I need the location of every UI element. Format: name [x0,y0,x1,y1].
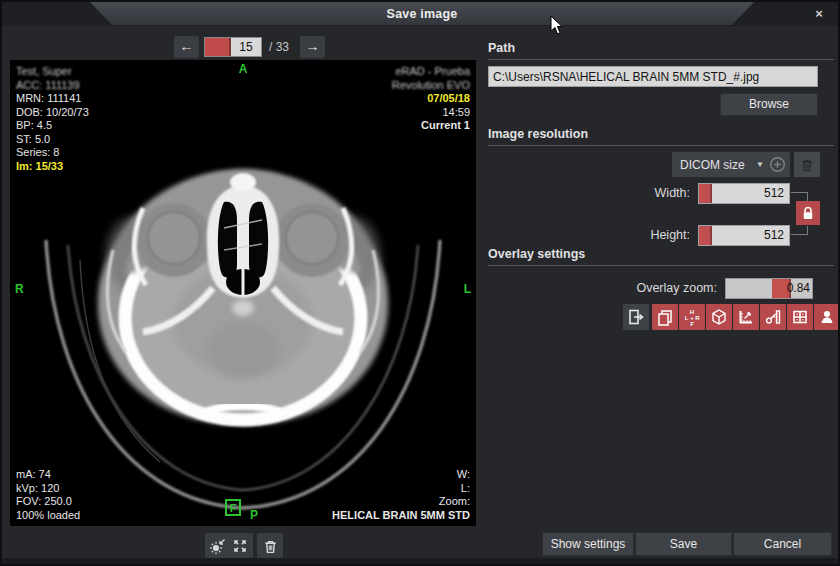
height-value[interactable]: 512 [712,226,789,245]
image-number-spinner[interactable]: 15 [204,37,262,57]
series-number: Series: 8 [16,146,89,160]
toggle-frames-overlay-button[interactable] [652,304,678,330]
arrow-right-icon: → [306,38,320,54]
delete-image-button[interactable] [257,533,283,559]
path-divider [488,59,834,60]
overlay-zoom-value: 0.84 [787,281,810,295]
orientation-marker-right: R [15,282,24,296]
delete-preset-button[interactable] [794,152,820,177]
overlay-zoom-label: Overlay zoom: [562,281,717,295]
next-image-button[interactable]: → [300,36,325,58]
cube-3d-icon [710,308,728,326]
resolution-section-title: Image resolution [488,127,588,141]
toggle-export-overlays-button[interactable] [623,304,649,330]
browse-button[interactable]: Browse [720,93,818,116]
overlay-toggle-buttons: HLRF+ [623,304,840,330]
level-label: L: [332,482,470,496]
bp-value: BP: 4.5 [16,119,89,133]
orientation-marker-posterior: P [250,508,258,522]
height-label: Height: [602,228,690,242]
path-section-title: Path [488,41,515,55]
width-value[interactable]: 512 [712,184,789,203]
lock-icon [799,204,817,222]
patient-name: Test, Super [16,65,89,79]
scanner-model: Revolution EVO [392,79,470,93]
flip-marker: F [225,499,241,516]
aspect-ratio-lock-button[interactable] [796,201,820,225]
width-drag-area[interactable] [699,184,712,203]
fit-to-window-icon [231,537,249,555]
orientation-marker-anterior: A [239,62,248,76]
image-number: Im: 15/33 [16,160,89,174]
toggle-windowing-info-button[interactable] [760,304,786,330]
study-date: 07/05/18 [392,92,470,106]
aspect-link-line-top [791,192,808,201]
height-drag-area[interactable] [699,226,712,245]
series-description: HELICAL BRAIN 5MM STD [332,509,470,523]
toggle-grid-overlay-button[interactable] [787,304,813,330]
svg-text:R: R [695,315,700,321]
ct-image-viewport[interactable]: Test, Super ACC: 111139 MRN: 111141 DOB:… [10,60,476,526]
ma-value: mA: 74 [16,468,80,482]
zoom-label: Zoom: [332,495,470,509]
resolution-preset-dropdown[interactable]: DICOM size ▼ [672,152,790,177]
previous-image-button[interactable]: ← [174,36,199,58]
current-label: Current 1 [392,119,470,133]
width-spinner[interactable]: 512 [698,183,790,204]
aspect-link-line-bottom [791,226,808,235]
scale-ruler-icon [737,308,755,326]
toggle-orientation-markers-button[interactable]: HLRF+ [679,304,705,330]
mrn: MRN: 111141 [16,92,89,106]
overlay-divider [488,265,834,266]
preset-selected-value: DICOM size [680,158,756,172]
toggle-patient-info-button[interactable] [814,304,840,330]
overlay-technique-info: mA: 74 kVp: 120 FOV: 250.0 100% loaded [16,468,80,522]
toggle-scale-ruler-button[interactable] [733,304,759,330]
toggle-3d-cube-button[interactable] [706,304,732,330]
window-label: W: [332,468,470,482]
adjust-fit-button[interactable] [205,533,253,559]
stacked-frames-icon [656,308,674,326]
patient-silhouette-icon [818,308,836,326]
study-time: 14:59 [392,106,470,120]
svg-text:+: + [690,315,694,321]
show-settings-button[interactable]: Show settings [542,532,634,556]
image-number-value[interactable]: 15 [231,38,261,56]
save-button[interactable]: Save [635,532,732,556]
orientation-letters-icon: HLRF+ [683,308,701,326]
title-trapezoid: Save image [90,2,754,25]
dob: DOB: 10/20/73 [16,106,89,120]
key-ruler-icon [764,308,782,326]
svg-text:F: F [690,321,694,327]
title-bar: Save image × [2,2,838,26]
footer-strip [2,558,838,566]
resolution-divider [488,145,834,146]
overlay-study-info: eRAD - Prueba Revolution EVO 07/05/18 14… [392,65,470,133]
loaded-status: 100% loaded [16,509,80,523]
door-export-icon [627,308,645,326]
width-label: Width: [602,186,690,200]
accession-number: ACC: 111139 [16,79,89,93]
overlay-zoom-slider[interactable]: 0.84 [725,278,813,299]
grid-window-icon [791,308,809,326]
institution-name: eRAD - Prueba [392,65,470,79]
cancel-button[interactable]: Cancel [733,532,832,556]
mouse-cursor [550,15,564,36]
save-image-dialog: Save image × ← 15 / 33 → [0,0,840,566]
chevron-down-icon: ▼ [756,160,764,169]
trash-icon [799,157,815,173]
slice-thickness: ST: 5.0 [16,133,89,147]
add-preset-icon[interactable] [769,156,786,173]
dialog-title: Save image [387,7,458,21]
height-spinner[interactable]: 512 [698,225,790,246]
overlay-window-info: W: L: Zoom: HELICAL BRAIN 5MM STD [332,468,470,522]
save-path-input[interactable] [488,66,818,87]
trash-icon [262,538,279,555]
fov-value: FOV: 250.0 [16,495,80,509]
svg-text:L: L [685,315,689,321]
overlay-section-title: Overlay settings [488,247,585,261]
spinner-drag-area[interactable] [205,38,231,56]
kvp-value: kVp: 120 [16,482,80,496]
close-icon[interactable]: × [810,5,828,23]
orientation-marker-left: L [464,282,471,296]
